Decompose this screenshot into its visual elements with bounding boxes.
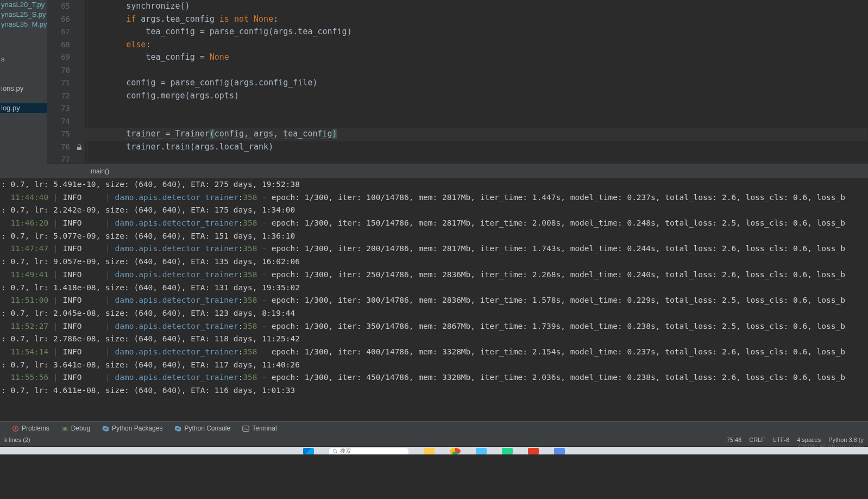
taskbar-search[interactable]: 搜索 [329, 448, 408, 454]
start-icon[interactable] [303, 448, 314, 454]
code-line[interactable]: if args.tea_config is not None: [85, 13, 278, 26]
svg-rect-4 [243, 426, 249, 431]
status-bar: k lines (2) 75:48 CRLF UTF-8 4 spaces Py… [0, 434, 868, 446]
os-taskbar[interactable]: 搜索 [0, 447, 868, 454]
warning-icon [12, 425, 19, 432]
breadcrumb[interactable]: main() [47, 163, 868, 179]
terminal-line: 11:46:20 | INFO | damo.apis.detector_tra… [0, 217, 868, 230]
code-line[interactable]: trainer = Trainer(config, args, tea_conf… [85, 128, 337, 141]
terminal-line: : 0.7, lr: 1.418e-08, size: (640, 640), … [0, 282, 868, 295]
tab-python-packages[interactable]: Python Packages [102, 425, 162, 432]
code-line[interactable] [85, 115, 87, 128]
code-line[interactable]: else: [85, 39, 150, 52]
tab-problems[interactable]: Problems [12, 425, 49, 432]
tab-python-console[interactable]: Python Console [174, 425, 230, 432]
code-line[interactable]: config.merge(args.opts) [85, 90, 239, 103]
terminal-line: 11:52:27 | INFO | damo.apis.detector_tra… [0, 320, 868, 333]
terminal-line: 11:47:47 | INFO | damo.apis.detector_tra… [0, 242, 868, 255]
gutter-icons [74, 0, 85, 163]
tab-debug[interactable]: Debug [61, 425, 90, 432]
terminal-line: 11:55:56 | INFO | damo.apis.detector_tra… [0, 371, 868, 384]
code-line[interactable]: tea_config = parse_config(args.tea_confi… [85, 26, 352, 39]
code-line[interactable]: trainer.train(args.local_rank) [85, 141, 273, 154]
status-encoding[interactable]: UTF-8 [772, 434, 789, 446]
pycharm-icon[interactable] [502, 448, 513, 454]
code-line[interactable]: synchronize() [85, 0, 190, 13]
terminal-line: : 0.7, lr: 2.242e-09, size: (640, 640), … [0, 204, 868, 217]
svg-point-3 [63, 427, 67, 431]
code-area[interactable]: synchronize() if args.tea_config is not … [85, 0, 867, 163]
line-number-gutter: 65666768697071727374757677 [47, 0, 74, 163]
svg-point-5 [334, 450, 337, 453]
python-icon [102, 425, 109, 432]
tree-file[interactable]: ynasL25_S.py [0, 10, 47, 20]
terminal-line: : 0.7, lr: 4.611e-08, size: (640, 640), … [0, 384, 868, 397]
tree-file[interactable]: s [0, 54, 47, 64]
terminal-line: : 0.7, lr: 9.057e-09, size: (640, 640), … [0, 255, 868, 269]
tree-file[interactable]: ynasL20_T.py [0, 0, 47, 10]
app-icon[interactable] [554, 448, 565, 454]
terminal-line: 11:44:40 | INFO | damo.apis.detector_tra… [0, 191, 868, 204]
terminal-icon [242, 425, 249, 432]
lock-icon [76, 144, 83, 151]
explorer-icon[interactable] [424, 448, 435, 454]
terminal-line: : 0.7, lr: 5.077e-09, size: (640, 640), … [0, 230, 868, 243]
terminal-line: : 0.7, lr: 2.045e-08, size: (640, 640), … [0, 307, 868, 320]
terminal-line: 11:54:14 | INFO | damo.apis.detector_tra… [0, 346, 868, 359]
code-line[interactable] [85, 64, 87, 77]
code-line[interactable] [85, 102, 87, 115]
search-icon [332, 448, 338, 454]
svg-line-6 [336, 452, 337, 453]
svg-rect-2 [15, 429, 16, 429]
terminal-line: 11:49:41 | INFO | damo.apis.detector_tra… [0, 269, 868, 282]
code-line[interactable]: tea_config = None [85, 51, 229, 64]
run-output[interactable]: : 0.7, lr: 5.491e-10, size: (640, 640), … [0, 178, 868, 421]
tab-terminal[interactable]: Terminal [242, 425, 276, 432]
bug-icon [61, 425, 68, 432]
tree-file-selected[interactable]: log.py [0, 103, 47, 113]
project-tree[interactable]: ynasL20_T.py ynasL25_S.py ynasL35_M.py s… [0, 0, 47, 178]
terminal-line: : 0.7, lr: 5.491e-10, size: (640, 640), … [0, 178, 868, 191]
svg-rect-1 [15, 427, 16, 428]
tree-file[interactable]: ynasL35_M.py [0, 20, 47, 29]
python-icon [174, 425, 181, 432]
code-line[interactable]: config = parse_config(args.config_file) [85, 77, 317, 90]
code-editor[interactable]: 65666768697071727374757677 synchronize()… [47, 0, 868, 163]
status-message: k lines (2) [0, 434, 30, 446]
terminal-line: 11:51:00 | INFO | damo.apis.detector_tra… [0, 294, 868, 307]
terminal-line: : 0.7, lr: 3.641e-08, size: (640, 640), … [0, 359, 868, 372]
terminal-line: : 0.7, lr: 2.786e-08, size: (640, 640), … [0, 333, 868, 346]
tool-window-bar: Problems Debug Python Packages Python Co… [0, 421, 868, 435]
app-icon[interactable] [528, 448, 539, 454]
status-caret[interactable]: 75:48 [727, 434, 742, 446]
tree-file[interactable]: ions.py [0, 84, 47, 93]
app-icon[interactable] [476, 448, 487, 454]
chrome-icon[interactable] [450, 448, 461, 454]
breadcrumb-item[interactable]: main() [91, 167, 109, 175]
status-line-separator[interactable]: CRLF [749, 434, 765, 446]
